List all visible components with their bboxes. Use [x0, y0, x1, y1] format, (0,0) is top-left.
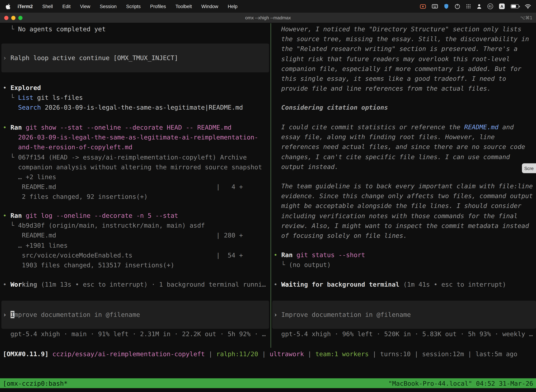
terminal-line: └ (no output) — [274, 260, 536, 270]
terminal-line: However, I noticed the "Directory Struct… — [274, 24, 536, 34]
terminal-line: the "Related research writing" section i… — [274, 44, 536, 54]
git-show-block: • Ran git show --stat --oneline --decora… — [3, 123, 269, 202]
terminal-line: • Working (11m 13s • esc to interrupt) ·… — [3, 280, 269, 289]
input-source-icon[interactable]: A — [499, 4, 505, 9]
terminal-line: provide file and line references from th… — [274, 84, 536, 93]
menu-bar-status-icons: 61 A — [420, 4, 536, 9]
battery-nub — [519, 6, 520, 8]
left-pane[interactable]: └ No agents completed yet › Ralph loop a… — [0, 23, 270, 348]
menu-item-shell[interactable]: Shell — [42, 4, 53, 9]
terminal-line: gpt-5.4 xhigh · 96% left · 520K in · 5.8… — [274, 329, 536, 339]
menu-item-edit[interactable]: Edit — [62, 4, 71, 9]
terminal-line: review. Also, I might want to inspect th… — [274, 221, 536, 231]
terminal-line: the source tree, missing the essay. Stil… — [274, 34, 536, 44]
terminal-line: including verification notes with those … — [274, 211, 536, 221]
tmux-status-bar[interactable]: [omx-cczip0:bash* "MacBook-Pro-44.local"… — [0, 378, 536, 388]
terminal-line: … +1901 lines — [3, 240, 269, 250]
terminal-line: essay file, along with finding root file… — [274, 132, 536, 142]
screen-recording-icon[interactable] — [420, 4, 426, 9]
terminal-line: slight risk that future readers may over… — [274, 54, 536, 64]
screen-share-edge-button[interactable]: Scre — [522, 163, 536, 173]
menu-item-toolbelt[interactable]: Toolbelt — [176, 4, 192, 9]
terminal-line: • Ran git log --oneline --decorate -n 5 … — [3, 211, 269, 221]
screen: iTerm2 Shell Edit View Session Scripts P… — [0, 0, 536, 392]
session-status-line: gpt-5.4 xhigh · main · 91% left · 2.31M … — [3, 329, 269, 339]
terminal-line: └ List git ls-files — [3, 93, 269, 103]
terminal-line: • Explored — [3, 83, 269, 93]
terminal-line: Considering citation options — [274, 103, 536, 112]
terminal-line: evidence. Since this change only affects… — [274, 191, 536, 201]
terminal-line: and-the-erosion-of-copyleft.md — [3, 142, 269, 152]
window-title: omx --xhigh --madmax — [0, 15, 536, 20]
terminal-line: The team guideline is to back every impo… — [274, 181, 536, 191]
prompt-input[interactable]: › Improve documentation in @filename — [272, 301, 536, 329]
gauge-icon[interactable]: 61 — [488, 4, 493, 9]
shield-icon[interactable] — [444, 4, 449, 9]
terminal-line: Search 2026-03-09-is-legal-the-same-as-l… — [3, 103, 269, 112]
prompt-input[interactable]: › Improve documentation in @filename — [1, 301, 269, 329]
git-log-block: • Ran git log --oneline --decorate -n 5 … — [3, 211, 269, 270]
explored-block: • Explored └ List git ls-files Search 20… — [3, 83, 269, 112]
terminal-line: › Improve documentation in @filename — [274, 310, 536, 320]
ralph-loop-banner: › Ralph loop active continue [OMX_TMUX_I… — [1, 44, 269, 72]
terminal-line: companion file, especially if more comme… — [274, 64, 536, 74]
session-status-line: gpt-5.4 xhigh · 96% left · 520K in · 5.8… — [274, 329, 536, 339]
terminal-line: • Ran git status --short — [274, 250, 536, 260]
knob-icon[interactable] — [455, 4, 460, 9]
terminal-line: README.md | 4 + — [3, 182, 269, 192]
waiting-status-line: • Waiting for background terminal (1m 41… — [274, 280, 536, 289]
terminal-line: › Ralph loop active continue [OMX_TMUX_I… — [3, 53, 269, 63]
git-status-block: • Ran git status --short └ (no output) — [274, 250, 536, 270]
terminal-line: 1903 files changed, 513517 insertions(+) — [3, 260, 269, 270]
apple-menu-icon[interactable] — [6, 3, 10, 9]
terminal-line: … +2 lines — [3, 172, 269, 182]
right-pane[interactable]: However, I noticed the "Directory Struct… — [271, 23, 536, 348]
wifi-icon[interactable] — [525, 4, 531, 9]
menu-item-iterm2[interactable]: iTerm2 — [18, 4, 33, 9]
terminal-line: › Improve documentation in @filename — [3, 310, 269, 320]
close-button[interactable] — [4, 16, 9, 20]
battery-fill — [511, 5, 516, 8]
window-shortcut-badge: ⌥⌘1 — [520, 15, 532, 20]
thinking-paragraph: I could cite commit statistics or refere… — [274, 122, 536, 172]
terminal-line: 2 files changed, 92 insertions(+) — [3, 192, 269, 202]
terminal-line: 2026-03-09-is-legal-the-same-as-legitima… — [3, 132, 269, 142]
terminal-line: companion analysis without altering the … — [3, 162, 269, 172]
terminal-line: [OMX#0.11.9] cczip/essay/ai-reimplementa… — [3, 349, 535, 359]
keyboard-icon[interactable] — [432, 4, 438, 9]
terminal-line: └ 067f154 (HEAD -> essay/ai-reimplementa… — [3, 152, 269, 162]
terminal-line: references need actual files, and since … — [274, 142, 536, 152]
dots-grid-icon[interactable] — [466, 4, 471, 9]
menu-item-scripts[interactable]: Scripts — [126, 4, 141, 9]
terminal-line: gpt-5.4 xhigh · main · 91% left · 2.31M … — [3, 329, 269, 339]
thinking-paragraph: However, I noticed the "Directory Struct… — [274, 24, 536, 93]
zoom-button[interactable] — [18, 16, 23, 20]
window-titlebar[interactable]: omx --xhigh --madmax ⌥⌘1 — [0, 13, 536, 23]
terminal-line: • Ran git show --stat --oneline --decora… — [3, 123, 269, 132]
menu-items: iTerm2 Shell Edit View Session Scripts P… — [18, 4, 238, 9]
tmux-session-label: [omx-cczip0:bash* — [3, 379, 67, 387]
terminal-line: output instead. — [274, 162, 536, 172]
menu-item-help[interactable]: Help — [228, 4, 238, 9]
battery-icon[interactable] — [511, 5, 519, 9]
person-icon[interactable] — [477, 4, 482, 9]
menu-item-profiles[interactable]: Profiles — [150, 4, 166, 9]
gauge-value: 61 — [489, 5, 492, 8]
agents-status-line: └ No agents completed yet — [3, 24, 269, 34]
working-status-line: • Working (11m 13s • esc to interrupt) ·… — [3, 280, 269, 289]
thinking-paragraph: The team guideline is to back every impo… — [274, 181, 536, 241]
thinking-heading: Considering citation options — [274, 103, 536, 112]
menu-item-session[interactable]: Session — [100, 4, 117, 9]
minimize-button[interactable] — [11, 16, 15, 20]
terminal-line: src/voice/voiceModeEnabled.ts | 54 + — [3, 250, 269, 260]
menu-item-view[interactable]: View — [80, 4, 90, 9]
terminal-line: • Waiting for background terminal (1m 41… — [274, 280, 536, 289]
terminal-line: └ 4b9d30f (origin/main, instructkr/main,… — [3, 221, 269, 230]
terminal-line: I could cite commit statistics or refere… — [274, 122, 536, 132]
terminal-line: changes, I can't cite specific file line… — [274, 152, 536, 162]
terminal-line: might be acceptable alongside the file l… — [274, 201, 536, 211]
menu-item-window[interactable]: Window — [201, 4, 218, 9]
terminal-line: this single essay, it seems like a good … — [274, 74, 536, 84]
traffic-lights — [4, 16, 23, 20]
terminal-line: of focusing solely on file lines. — [274, 231, 536, 241]
